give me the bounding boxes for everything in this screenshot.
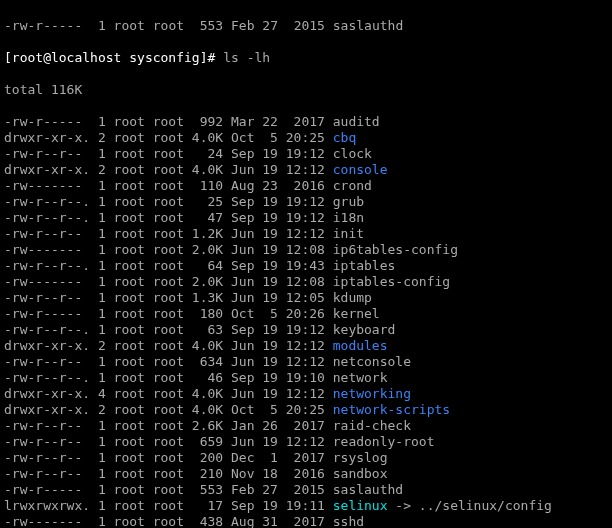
file-listing: -rw-r----- 1 root root 992 Mar 22 2017 a… (4, 114, 608, 528)
file-name: raid-check (333, 418, 411, 433)
file-row: -rw-r--r-- 1 root root 659 Jun 19 12:12 … (4, 434, 608, 450)
file-row: -rw-r--r-- 1 root root 1.3K Jun 19 12:05… (4, 290, 608, 306)
file-name: kdump (333, 290, 372, 305)
file-row: -rw------- 1 root root 2.0K Jun 19 12:08… (4, 242, 608, 258)
file-name: readonly-root (333, 434, 435, 449)
file-row: lrwxrwxrwx. 1 root root 17 Sep 19 19:11 … (4, 498, 608, 514)
file-name: init (333, 226, 364, 241)
file-row: -rw-r--r--. 1 root root 63 Sep 19 19:12 … (4, 322, 608, 338)
file-name: modules (333, 338, 388, 353)
file-name: keyboard (333, 322, 396, 337)
file-row: drwxr-xr-x. 2 root root 4.0K Jun 19 12:1… (4, 338, 608, 354)
file-row: drwxr-xr-x. 2 root root 4.0K Oct 5 20:25… (4, 130, 608, 146)
file-name: cbq (333, 130, 356, 145)
file-row: -rw-r--r--. 1 root root 64 Sep 19 19:43 … (4, 258, 608, 274)
file-row: -rw-r--r--. 1 root root 46 Sep 19 19:10 … (4, 370, 608, 386)
file-row: -rw-r--r-- 1 root root 2.6K Jan 26 2017 … (4, 418, 608, 434)
file-name: rsyslog (333, 450, 388, 465)
file-name: iptables-config (333, 274, 450, 289)
total-line: total 116K (4, 82, 608, 98)
file-row: drwxr-xr-x. 2 root root 4.0K Oct 5 20:25… (4, 402, 608, 418)
file-name: sandbox (333, 466, 388, 481)
file-row: -rw-r----- 1 root root 992 Mar 22 2017 a… (4, 114, 608, 130)
terminal[interactable]: -rw-r----- 1 root root 553 Feb 27 2015 s… (0, 0, 612, 528)
prompt-line-1: [root@localhost sysconfig]# ls -lh (4, 50, 608, 66)
file-name: crond (333, 178, 372, 193)
file-name: netconsole (333, 354, 411, 369)
prompt-text: [root@localhost sysconfig]# (4, 50, 223, 65)
file-row: -rw------- 1 root root 438 Aug 31 2017 s… (4, 514, 608, 528)
file-name: networking (333, 386, 411, 401)
file-name: sshd (333, 514, 364, 528)
file-name: grub (333, 194, 364, 209)
file-row: -rw-r--r-- 1 root root 1.2K Jun 19 12:12… (4, 226, 608, 242)
file-row: -rw-r--r-- 1 root root 210 Nov 18 2016 s… (4, 466, 608, 482)
file-row: -rw-r--r-- 1 root root 634 Jun 19 12:12 … (4, 354, 608, 370)
file-row: -rw-r--r--. 1 root root 47 Sep 19 19:12 … (4, 210, 608, 226)
file-name: network-scripts (333, 402, 450, 417)
file-name: ip6tables-config (333, 242, 458, 257)
prev-output-line: -rw-r----- 1 root root 553 Feb 27 2015 s… (4, 18, 608, 34)
file-name: network (333, 370, 388, 385)
file-name: console (333, 162, 388, 177)
file-name: auditd (333, 114, 380, 129)
file-name: kernel (333, 306, 380, 321)
file-row: -rw-r--r-- 1 root root 200 Dec 1 2017 rs… (4, 450, 608, 466)
file-name: iptables (333, 258, 396, 273)
file-row: -rw-r----- 1 root root 180 Oct 5 20:26 k… (4, 306, 608, 322)
file-row: -rw-r--r-- 1 root root 24 Sep 19 19:12 c… (4, 146, 608, 162)
file-row: -rw------- 1 root root 2.0K Jun 19 12:08… (4, 274, 608, 290)
file-row: drwxr-xr-x. 4 root root 4.0K Jun 19 12:1… (4, 386, 608, 402)
file-row: drwxr-xr-x. 2 root root 4.0K Jun 19 12:1… (4, 162, 608, 178)
file-row: -rw-r----- 1 root root 553 Feb 27 2015 s… (4, 482, 608, 498)
file-name: clock (333, 146, 372, 161)
file-row: -rw------- 1 root root 110 Aug 23 2016 c… (4, 178, 608, 194)
file-name: i18n (333, 210, 364, 225)
command-text: ls -lh (223, 50, 270, 65)
file-name: selinux (333, 498, 388, 513)
file-name: saslauthd (333, 482, 403, 497)
file-row: -rw-r--r--. 1 root root 25 Sep 19 19:12 … (4, 194, 608, 210)
